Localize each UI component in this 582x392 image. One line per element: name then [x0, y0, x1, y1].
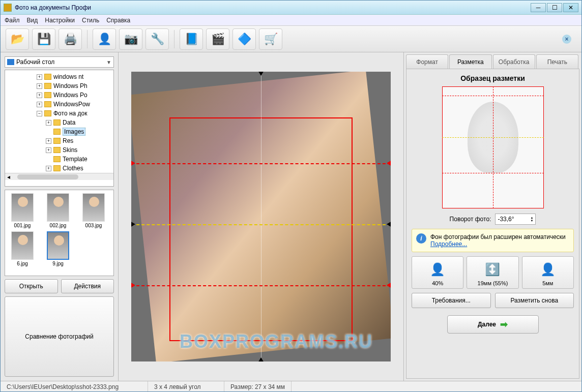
- web-button[interactable]: 🔷: [232, 28, 256, 50]
- tab-format[interactable]: Формат: [406, 54, 448, 69]
- folder-tree[interactable]: +windows nt +Windows Ph +Windows Po +Win…: [5, 70, 114, 187]
- remark-button[interactable]: Разметить снова: [495, 293, 574, 308]
- status-corner: 3 x 4 левый угол: [148, 381, 224, 392]
- tree-item[interactable]: −Фото на док: [5, 109, 113, 118]
- menu-view[interactable]: Вид: [27, 17, 38, 24]
- location-dropdown[interactable]: Рабочий стол ▼: [5, 56, 114, 68]
- chevron-down-icon: ▼: [106, 59, 111, 65]
- thumbnail[interactable]: 001.jpg: [8, 193, 37, 228]
- tree-item[interactable]: +Res: [5, 136, 113, 145]
- menu-style[interactable]: Стиль: [82, 17, 99, 24]
- marker-icon[interactable]: [131, 282, 135, 288]
- cart-button[interactable]: 🛒: [259, 28, 282, 50]
- menu-file[interactable]: Файл: [5, 17, 20, 24]
- photo-canvas[interactable]: [131, 72, 391, 361]
- camera-button[interactable]: 📷: [119, 28, 142, 50]
- video-button[interactable]: 🎬: [206, 28, 229, 50]
- tree-item[interactable]: +Data: [5, 118, 113, 127]
- save-button[interactable]: 💾: [32, 28, 55, 50]
- tree-item[interactable]: +Windows Po: [5, 91, 113, 100]
- desktop-icon: [7, 59, 14, 65]
- thumbnail[interactable]: 002.jpg: [44, 193, 72, 228]
- window-title: Фото на документы Профи: [15, 4, 531, 11]
- status-path: C:\Users\IEUser\Desktop\sshot-2333.png: [1, 381, 148, 392]
- open-button[interactable]: Открыть: [5, 279, 58, 293]
- next-label: Далее: [478, 321, 496, 328]
- right-panel: Формат Разметка Обработка Печать Образец…: [403, 52, 581, 381]
- sample-title: Образец разметки: [412, 74, 574, 82]
- marker-icon[interactable]: [387, 160, 391, 166]
- head-top-icon: ↕️: [485, 259, 500, 280]
- app-icon: [4, 4, 12, 12]
- actions-button[interactable]: Действия: [61, 279, 114, 293]
- thumbnail[interactable]: 003.jpg: [79, 193, 108, 228]
- status-size: Размер: 27 x 34 мм: [224, 381, 292, 392]
- rotate-input[interactable]: -33,6° ▲▼: [495, 214, 536, 225]
- thumbnail-grid: 001.jpg 002.jpg 003.jpg 6.jpg 9.jpg: [5, 190, 114, 276]
- help-button[interactable]: 📘: [180, 28, 203, 50]
- tree-item[interactable]: +windows nt: [5, 72, 113, 81]
- clothes-button[interactable]: 👤: [93, 28, 116, 50]
- margin-icon: 👤: [540, 259, 556, 280]
- titlebar: Фото на документы Профи ─ ☐ ✕: [1, 1, 581, 15]
- minimize-button[interactable]: ─: [531, 3, 546, 12]
- marker-icon[interactable]: [387, 221, 391, 227]
- metric-head-size[interactable]: 👤40%: [412, 256, 463, 289]
- info-text: Фон фотографии был расширен автоматическ…: [430, 233, 566, 240]
- marker-icon[interactable]: [387, 282, 391, 288]
- close-button[interactable]: ✕: [563, 3, 578, 12]
- menu-help[interactable]: Справка: [106, 17, 130, 24]
- toolbar: 📂 💾 🖨️ 👤 📷 🔧 📘 🎬 🔷 🛒 ×: [1, 26, 581, 52]
- toolbar-separator: [87, 30, 88, 48]
- tree-scrollbar[interactable]: ◂: [5, 173, 113, 180]
- markup-sample: [442, 86, 544, 208]
- open-folder-button[interactable]: 📂: [6, 28, 29, 50]
- next-button[interactable]: Далее ➡: [447, 315, 539, 334]
- spin-down-icon[interactable]: ▼: [530, 219, 533, 222]
- rotate-value: -33,6°: [498, 216, 514, 223]
- statusbar: C:\Users\IEUser\Desktop\sshot-2333.png 3…: [1, 381, 581, 392]
- close-panel-icon[interactable]: ×: [562, 35, 571, 44]
- compare-button[interactable]: Сравнение фотографий: [5, 296, 114, 377]
- arrow-right-icon: ➡: [500, 319, 508, 330]
- canvas-area: BOXPROGRAMS.RU: [119, 52, 403, 381]
- metric-head-top[interactable]: ↕️19мм (55%): [467, 256, 518, 289]
- menu-settings[interactable]: Настройки: [45, 17, 75, 24]
- tree-item[interactable]: +Clothes: [5, 164, 113, 173]
- marker-icon[interactable]: [258, 357, 264, 361]
- photo-image: [131, 72, 391, 361]
- head-icon: 👤: [430, 259, 445, 280]
- tab-print[interactable]: Печать: [536, 54, 578, 69]
- marker-icon[interactable]: [131, 221, 135, 227]
- tree-item-selected[interactable]: Images: [5, 127, 113, 136]
- tree-item[interactable]: +Windows Ph: [5, 81, 113, 91]
- edit-button[interactable]: 🔧: [146, 28, 169, 50]
- tab-bar: Формат Разметка Обработка Печать: [404, 52, 581, 69]
- requirements-button[interactable]: Требования...: [412, 293, 491, 308]
- info-message: i Фон фотографии был расширен автоматиче…: [412, 229, 574, 252]
- tree-item[interactable]: +Skins: [5, 145, 113, 155]
- sidebar: Рабочий стол ▼ +windows nt +Windows Ph +…: [1, 52, 119, 381]
- maximize-button[interactable]: ☐: [547, 3, 562, 12]
- tab-process[interactable]: Обработка: [493, 54, 535, 69]
- tab-markup[interactable]: Разметка: [449, 54, 491, 69]
- info-icon: i: [416, 233, 426, 244]
- tree-item[interactable]: +WindowsPow: [5, 100, 113, 109]
- thumbnail-selected[interactable]: 9.jpg: [44, 231, 72, 266]
- marker-icon[interactable]: [258, 72, 264, 76]
- rotate-label: Поворот фото:: [450, 216, 491, 223]
- thumbnail[interactable]: 6.jpg: [8, 231, 37, 266]
- metric-margin[interactable]: 👤5мм: [522, 256, 574, 289]
- toolbar-separator: [174, 30, 174, 48]
- location-label: Рабочий стол: [16, 58, 54, 66]
- menubar: Файл Вид Настройки Стиль Справка: [1, 15, 581, 26]
- marker-icon[interactable]: [131, 160, 135, 166]
- tree-item[interactable]: Template: [5, 155, 113, 164]
- info-link[interactable]: Подробнее...: [430, 240, 467, 248]
- print-button[interactable]: 🖨️: [59, 28, 82, 50]
